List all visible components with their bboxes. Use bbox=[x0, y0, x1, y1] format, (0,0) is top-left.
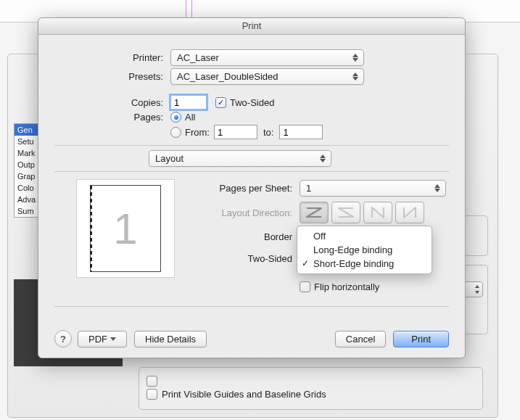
bg-checkbox[interactable] bbox=[146, 389, 157, 400]
pages-label: Pages: bbox=[54, 112, 170, 123]
two-sided-checkbox[interactable]: ✓ Two-Sided bbox=[215, 97, 274, 108]
all-label: All bbox=[185, 112, 195, 123]
menu-item-short-edge[interactable]: Short-Edge binding bbox=[297, 257, 432, 271]
printer-select[interactable]: AC_Laser bbox=[170, 49, 364, 66]
bg-checkbox[interactable] bbox=[146, 376, 157, 387]
divider bbox=[54, 171, 449, 172]
pages-from-input[interactable] bbox=[214, 125, 257, 139]
presets-value: AC_Laser_DoubleSided bbox=[177, 71, 278, 82]
hide-details-button[interactable]: Hide Details bbox=[134, 331, 207, 347]
chevron-down-icon bbox=[110, 337, 116, 341]
menu-item-off[interactable]: Off bbox=[297, 229, 432, 243]
from-label: From: bbox=[185, 127, 210, 138]
divider bbox=[54, 145, 449, 146]
presets-label: Presets: bbox=[54, 71, 170, 82]
pdf-button[interactable]: PDF bbox=[78, 331, 127, 347]
pps-select[interactable]: 1 bbox=[300, 180, 446, 197]
divider bbox=[54, 306, 449, 307]
cancel-label: Cancel bbox=[346, 334, 375, 345]
printer-value: AC_Laser bbox=[177, 52, 219, 63]
print-button[interactable]: Print bbox=[393, 331, 449, 347]
direction-label: Layout Direction: bbox=[189, 207, 300, 218]
bg-check-label: Print Visible Guides and Baseline Grids bbox=[162, 389, 326, 400]
copies-input[interactable] bbox=[170, 95, 207, 110]
menu-item-long-edge[interactable]: Long-Edge binding bbox=[297, 243, 432, 257]
binding-icon bbox=[90, 186, 92, 271]
updown-icon bbox=[350, 52, 360, 64]
bg-select[interactable] bbox=[463, 281, 483, 297]
twosided-select-label: Two-Sided bbox=[189, 253, 300, 264]
section-value: Layout bbox=[155, 153, 183, 164]
pages-all-radio[interactable]: All bbox=[170, 112, 195, 123]
updown-icon bbox=[350, 70, 360, 83]
to-label: to: bbox=[257, 127, 279, 138]
direction-s-icon[interactable] bbox=[331, 202, 360, 223]
direction-z-icon[interactable] bbox=[300, 202, 329, 223]
pdf-label: PDF bbox=[88, 334, 107, 345]
direction-n2-icon[interactable] bbox=[395, 202, 424, 223]
twosided-popup: Off Long-Edge binding Short-Edge binding bbox=[297, 226, 432, 274]
section-select[interactable]: Layout bbox=[149, 150, 331, 167]
pps-label: Pages per Sheet: bbox=[189, 183, 300, 194]
pps-value: 1 bbox=[306, 183, 311, 194]
print-label: Print bbox=[411, 334, 431, 345]
flip-label: Flip horizontally bbox=[314, 281, 379, 292]
two-sided-label: Two-Sided bbox=[230, 97, 274, 108]
help-icon: ? bbox=[60, 334, 66, 345]
pages-to-input[interactable] bbox=[279, 125, 323, 139]
copies-label: Copies: bbox=[54, 97, 170, 108]
border-label: Border bbox=[189, 231, 300, 242]
flip-horizontal-checkbox[interactable]: Flip horizontally bbox=[300, 281, 379, 292]
presets-select[interactable]: AC_Laser_DoubleSided bbox=[170, 68, 364, 85]
dialog-title: Print bbox=[38, 18, 465, 35]
updown-icon bbox=[432, 182, 442, 194]
cancel-button[interactable]: Cancel bbox=[335, 331, 386, 347]
printer-label: Printer: bbox=[54, 52, 170, 63]
bg-options-group: Print Visible Guides and Baseline Grids bbox=[139, 367, 483, 410]
help-button[interactable]: ? bbox=[54, 330, 72, 347]
pages-from-radio[interactable]: From: bbox=[170, 127, 210, 138]
updown-icon bbox=[318, 152, 328, 165]
direction-n1-icon[interactable] bbox=[363, 202, 392, 223]
hide-details-label: Hide Details bbox=[145, 334, 196, 345]
preview-page-number: 1 bbox=[113, 204, 137, 254]
print-dialog: Print Printer: AC_Laser Presets: AC_Lase… bbox=[38, 17, 466, 358]
page-preview: 1 bbox=[76, 179, 175, 278]
